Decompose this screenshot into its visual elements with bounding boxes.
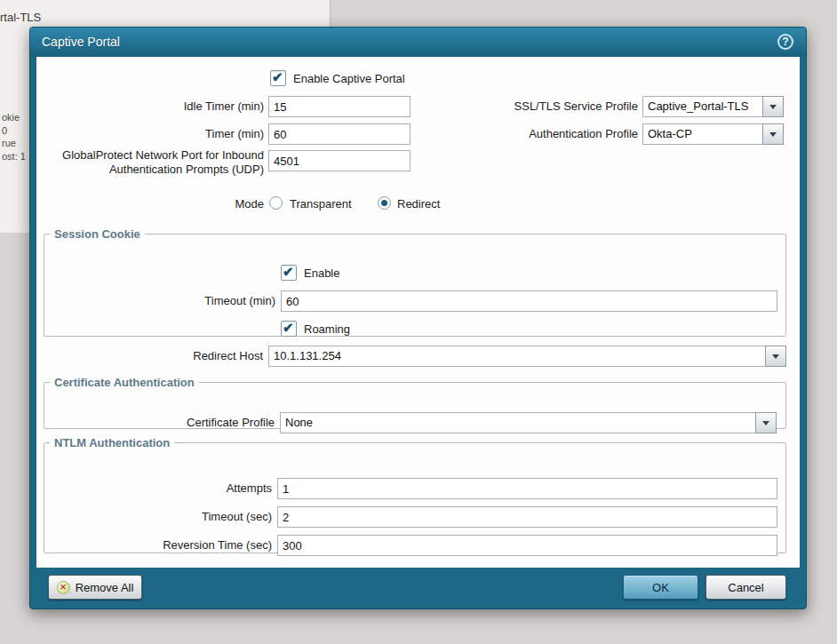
ntlm-attempts-label: Attempts [85,481,272,496]
chevron-down-icon[interactable] [762,123,784,145]
dialog-footer: Remove All OK Cancel [30,566,806,608]
certificate-profile-select[interactable]: None [280,412,777,433]
enable-captive-portal-label: Enable Captive Portal [293,72,405,86]
certificate-profile-value: None [280,412,756,433]
background-text-fragment: rue [2,138,16,148]
mode-label: Mode [86,197,264,211]
roaming-label: Roaming [304,322,350,337]
session-cookie-legend: Session Cookie [50,227,145,241]
session-cookie-enable-checkbox[interactable] [281,265,297,281]
ntlm-reversion-label: Reversion Time (sec) [85,538,272,553]
ntlm-auth-legend: NTLM Authentication [50,436,174,449]
screen: rtal-TLS okie 0 rue ost: 1 Captive Porta… [0,0,837,644]
cancel-button[interactable]: Cancel [705,575,786,600]
gp-port-label: GlobalProtect Network Port for Inbound A… [46,148,264,177]
session-cookie-enable-label: Enable [304,266,339,281]
background-text-fragment: okie [2,112,20,123]
ntlm-reversion-input[interactable] [277,535,777,556]
ssl-tls-profile-select[interactable]: Captive_Portal-TLS [642,96,784,117]
background-text-fragment: ost: 1 [2,151,26,162]
ok-button[interactable]: OK [623,575,698,600]
certificate-auth-legend: Certificate Authentication [50,376,199,389]
ok-label: OK [652,581,669,594]
captive-portal-dialog: Captive Portal ? Enable Captive Portal I… [29,27,807,609]
idle-timer-label: Idle Timer (min) [86,99,264,114]
remove-all-icon [57,581,70,594]
chevron-down-icon[interactable] [762,96,784,117]
auth-profile-value: Okta-CP [642,123,763,145]
ssl-tls-profile-label: SSL/TLS Service Profile [425,99,638,114]
auth-profile-select[interactable]: Okta-CP [642,123,784,145]
certificate-auth-group: Certificate Authentication Certificate P… [44,376,786,429]
chevron-down-icon[interactable] [755,412,777,433]
remove-all-label: Remove All [76,581,134,594]
chevron-down-icon[interactable] [765,346,786,367]
roaming-checkbox[interactable] [281,321,297,337]
certificate-profile-label: Certificate Profile [88,416,275,430]
dialog-body: Enable Captive Portal Idle Timer (min) T… [36,57,800,568]
ntlm-attempts-input[interactable] [277,478,777,499]
enable-captive-portal-checkbox[interactable] [270,70,286,86]
auth-profile-label: Authentication Profile [425,127,638,141]
cancel-label: Cancel [728,581,763,594]
remove-all-button[interactable]: Remove All [48,575,142,600]
redirect-host-label: Redirect Host [85,349,263,363]
dialog-title: Captive Portal [42,35,120,49]
mode-transparent-label: Transparent [290,197,352,211]
ssl-tls-profile-value: Captive_Portal-TLS [642,96,763,117]
timer-label: Timer (min) [86,127,264,141]
background-text-fragment: 0 [2,125,7,136]
timer-input[interactable] [268,123,411,145]
ntlm-timeout-label: Timeout (sec) [85,510,272,524]
mode-redirect-label: Redirect [397,197,440,211]
mode-transparent-radio[interactable] [269,196,283,210]
background-text-fragment: rtal-TLS [0,11,41,24]
session-cookie-group: Session Cookie Enable Timeout (min) Roam… [44,227,786,337]
redirect-host-value: 10.1.131.254 [268,346,766,367]
session-timeout-input[interactable] [281,290,777,312]
ntlm-auth-group: NTLM Authentication Attempts Timeout (se… [44,436,786,553]
idle-timer-input[interactable] [268,96,411,117]
help-icon[interactable]: ? [777,34,793,50]
dialog-titlebar: Captive Portal ? [30,28,806,57]
gp-port-input[interactable] [268,150,411,171]
mode-redirect-radio[interactable] [378,196,391,210]
ntlm-timeout-input[interactable] [277,506,777,528]
redirect-host-select[interactable]: 10.1.131.254 [268,346,786,367]
session-timeout-label: Timeout (min) [89,294,275,308]
